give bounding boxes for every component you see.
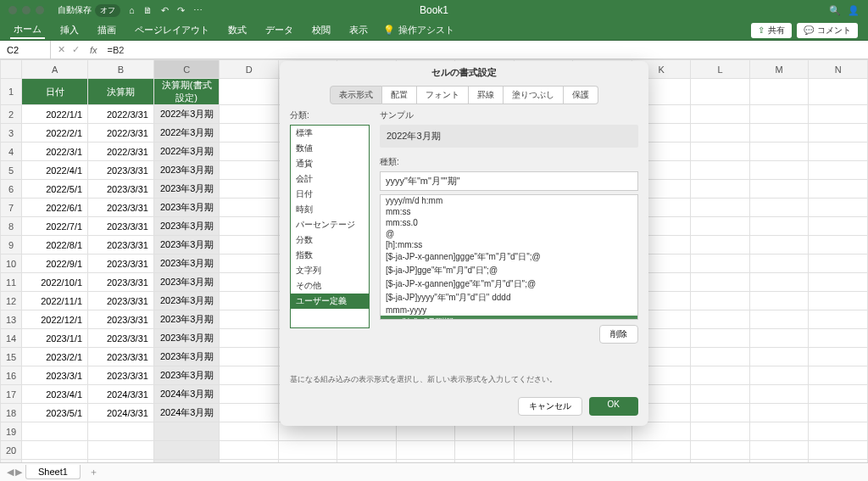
cell[interactable] [220,79,279,105]
cell[interactable] [220,217,279,236]
row-header[interactable]: 1 [1,79,22,105]
category-item[interactable]: 指数 [291,248,369,263]
cell[interactable] [691,273,749,292]
dtab-fill[interactable]: 塗りつぶし [504,86,564,104]
cell[interactable] [691,329,749,348]
row-header[interactable]: 2 [1,105,22,124]
row-header[interactable]: 5 [1,161,22,180]
cell[interactable] [749,329,809,348]
cell[interactable]: 2022/2/1 [22,124,88,143]
cell[interactable] [749,422,809,441]
cell[interactable] [749,441,809,460]
cell[interactable] [809,254,868,273]
col-header[interactable]: C [153,60,220,79]
row-header[interactable]: 10 [1,254,22,273]
cell[interactable] [749,404,809,422]
cell[interactable] [220,199,279,217]
cell[interactable] [691,217,749,236]
category-item[interactable]: ユーザー定義 [291,294,369,309]
row-header[interactable]: 7 [1,199,22,217]
format-item[interactable]: mm:ss.0 [381,217,637,228]
type-input[interactable]: yyyy"年"m"月""期" [380,171,638,191]
format-item[interactable]: yyyy/m/d h:mm [381,195,637,206]
cell[interactable] [809,366,868,385]
cell[interactable]: 2023/3/31 [88,348,154,366]
cell[interactable]: 2023/3/31 [88,199,154,217]
cell[interactable]: 2022/6/1 [22,199,88,217]
cell[interactable] [396,441,455,460]
cell[interactable]: 2022/3/31 [88,143,154,161]
save-icon[interactable]: 🗎 [143,5,153,16]
cell[interactable] [809,422,868,441]
category-item[interactable]: 日付 [291,187,369,202]
cell[interactable]: 2023/5/1 [22,404,88,422]
row-header[interactable]: 9 [1,236,22,254]
format-item[interactable]: [$-ja-JP-x-gannen]ggge"年"m"月"d"日";@ [381,250,637,264]
cell[interactable] [749,310,809,329]
row-header[interactable]: 19 [1,422,22,441]
cell[interactable]: 2023/3/31 [88,310,154,329]
cell[interactable] [749,217,809,236]
cell[interactable] [153,441,220,460]
cell[interactable] [749,254,809,273]
cell[interactable] [514,441,572,460]
cell[interactable] [809,292,868,310]
cell[interactable] [220,329,279,348]
cell[interactable] [809,441,868,460]
cell[interactable] [220,143,279,161]
cell[interactable] [749,199,809,217]
dtab-number[interactable]: 表示形式 [330,86,382,104]
cell[interactable]: 2023/3/31 [88,329,154,348]
cell[interactable] [691,385,749,404]
category-item[interactable]: 時刻 [291,202,369,217]
cell[interactable] [749,124,809,143]
cell[interactable]: 2023年3月期 [153,273,220,292]
cell[interactable]: 2022/3/31 [88,124,154,143]
cell[interactable] [220,292,279,310]
close-icon[interactable] [8,6,17,14]
more-icon[interactable]: ⋯ [193,5,203,16]
cell[interactable] [691,143,749,161]
cell[interactable] [691,310,749,329]
ok-button[interactable]: OK [589,397,638,416]
cell[interactable] [749,105,809,124]
cell[interactable] [573,441,632,460]
cell[interactable]: 2023/3/31 [88,180,154,199]
col-header[interactable]: D [220,60,279,79]
cell[interactable] [220,366,279,385]
cell[interactable]: 2023/3/31 [88,366,154,385]
cell[interactable] [749,236,809,254]
cell[interactable] [337,441,396,460]
cell[interactable] [220,404,279,422]
row-header[interactable]: 11 [1,273,22,292]
sheet-tab[interactable]: Sheet1 [25,465,81,479]
cell[interactable] [278,441,337,460]
row-header[interactable]: 15 [1,348,22,366]
cell[interactable] [809,79,868,105]
search-icon[interactable]: 🔍 [829,5,841,16]
cell[interactable]: 2024年3月期 [153,404,220,422]
cell[interactable]: 2022/3/1 [22,143,88,161]
share-button[interactable]: ⇪共有 [751,23,792,38]
user-icon[interactable]: 👤 [848,5,860,16]
tab-insert[interactable]: 挿入 [57,22,82,38]
cell[interactable] [809,273,868,292]
cell[interactable] [691,254,749,273]
cell[interactable] [809,161,868,180]
format-list[interactable]: yyyy/m/d h:mmmm:ssmm:ss.0@[h]:mm:ss[$-ja… [380,194,638,320]
cell[interactable]: 2022/12/1 [22,310,88,329]
cancel-formula-icon[interactable]: ✕ [58,44,65,55]
cell[interactable] [749,292,809,310]
delete-button[interactable]: 削除 [599,325,638,344]
category-item[interactable]: その他 [291,278,369,294]
cell[interactable] [22,441,88,460]
cell[interactable]: 2022年3月期 [153,143,220,161]
sheet-nav-next-icon[interactable]: ▶ [15,467,22,478]
cell[interactable]: 2023年3月期 [153,292,220,310]
cell[interactable] [749,180,809,199]
tab-draw[interactable]: 描画 [94,22,120,38]
format-item[interactable]: yyyy"年"m"月""期" [381,316,637,320]
undo-icon[interactable]: ↶ [161,5,169,16]
cell[interactable]: 2023年3月期 [153,310,220,329]
col-header[interactable]: A [22,60,88,79]
